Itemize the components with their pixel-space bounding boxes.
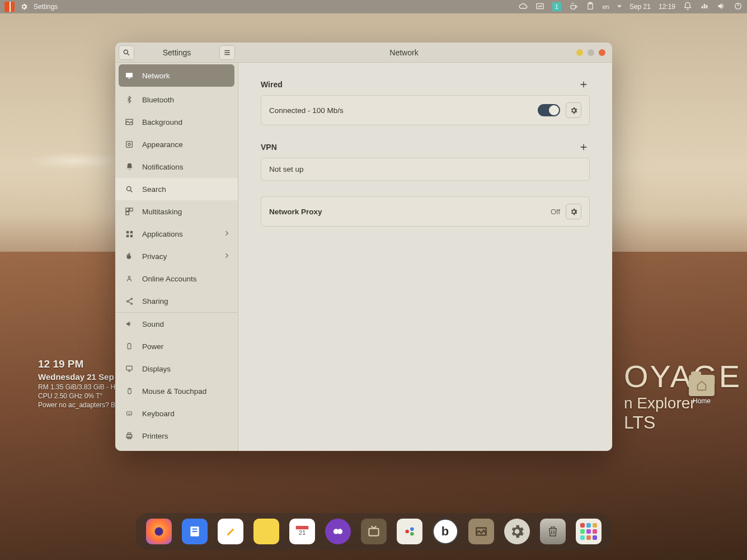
sidebar-item-mouse[interactable]: Mouse & Touchpad xyxy=(115,380,238,402)
dock-pictures[interactable] xyxy=(468,519,494,544)
settings-window: Settings Network NetworkBluetoothBackgro… xyxy=(115,43,612,451)
add-wired-button[interactable] xyxy=(577,78,590,91)
caffeine-icon[interactable] xyxy=(569,2,578,12)
sidebar-item-appearance[interactable]: Appearance xyxy=(115,133,238,156)
svg-rect-23 xyxy=(126,366,133,370)
dock-retro-tv[interactable] xyxy=(361,519,387,544)
dock-settings[interactable] xyxy=(504,519,530,544)
sidebar-item-bluetooth[interactable]: Bluetooth xyxy=(115,88,238,111)
sidebar-item-search[interactable]: Search xyxy=(115,178,238,200)
proxy-heading: Network Proxy xyxy=(269,208,551,216)
svg-point-9 xyxy=(128,143,130,145)
proxy-settings-button[interactable] xyxy=(566,204,581,219)
window-minimize-button[interactable] xyxy=(576,49,583,56)
sidebar-item-background[interactable]: Background xyxy=(115,111,238,133)
desktop-home-label: Home xyxy=(689,397,715,405)
sidebar-item-label: Network xyxy=(142,72,170,80)
sidebar-item-keyboard[interactable]: Keyboard xyxy=(115,402,238,425)
dock-app-grid[interactable] xyxy=(576,519,602,544)
sidebar-item-sound[interactable]: Sound xyxy=(115,313,238,335)
sidebar-item-online[interactable]: Online Accounts xyxy=(115,267,238,290)
vpn-heading: VPN xyxy=(261,143,277,152)
network-tray-icon[interactable] xyxy=(700,2,709,12)
dock-software[interactable] xyxy=(397,519,422,544)
window-controls xyxy=(570,49,612,56)
vpn-card: Not set up xyxy=(261,158,590,181)
dock-text-editor[interactable] xyxy=(218,519,243,544)
sidebar-item-privacy[interactable]: Privacy xyxy=(115,245,238,267)
svg-rect-31 xyxy=(192,529,197,530)
volume-icon[interactable] xyxy=(717,2,726,12)
wired-toggle[interactable] xyxy=(538,104,560,116)
sidebar-item-label: Sharing xyxy=(142,297,168,305)
desktop-home-launcher[interactable]: Home xyxy=(689,375,715,405)
svg-text:21: 21 xyxy=(298,529,306,536)
privacy-icon xyxy=(124,252,134,261)
wired-heading: Wired xyxy=(261,80,283,89)
sidebar-item-label: Multitasking xyxy=(142,208,182,216)
conky-cpu: CPU 2.50 GHz 0% T° xyxy=(38,392,121,401)
sidebar-item-multitasking[interactable]: Multitasking xyxy=(115,200,238,223)
sidebar-item-label: Sound xyxy=(142,320,164,328)
window-close-button[interactable] xyxy=(599,49,605,56)
svg-rect-11 xyxy=(126,208,129,211)
sidebar-item-applications[interactable]: Applications xyxy=(115,223,238,245)
sidebar-item-label: Online Accounts xyxy=(142,275,197,283)
chevron-right-icon xyxy=(224,252,229,261)
dock-web-browser[interactable] xyxy=(325,519,351,544)
sidebar-item-displays[interactable]: Displays xyxy=(115,357,238,380)
conky-date: Wednesday 21 Sep xyxy=(38,371,121,383)
sidebar-title: Settings xyxy=(138,48,216,57)
dock-firefox[interactable] xyxy=(146,519,172,544)
hamburger-menu-button[interactable] xyxy=(219,45,235,60)
tray-icon-1[interactable] xyxy=(519,2,528,12)
desktop-conky: 12 19 PM Wednesday 21 Sep RM 1.35 GiB/3.… xyxy=(38,357,121,410)
sidebar-item-label: Keyboard xyxy=(142,410,175,418)
svg-rect-17 xyxy=(130,234,132,237)
sound-icon xyxy=(124,320,134,328)
topbar-time[interactable]: 12:19 xyxy=(659,3,675,11)
window-maximize-button[interactable] xyxy=(588,49,594,56)
dock-calendar[interactable]: 21 xyxy=(289,519,315,544)
svg-rect-0 xyxy=(537,3,543,8)
notification-bell-icon[interactable] xyxy=(683,2,692,12)
printers-icon xyxy=(124,431,134,440)
workspace-indicator[interactable]: 1 xyxy=(552,2,561,11)
topbar-date[interactable]: Sep 21 xyxy=(629,3,651,11)
svg-point-20 xyxy=(126,300,128,302)
sidebar-item-sharing[interactable]: Sharing xyxy=(115,290,238,312)
dock: 21 b xyxy=(136,513,612,550)
home-folder-icon xyxy=(689,375,715,396)
sidebar-search-button[interactable] xyxy=(119,45,134,60)
screenshot-icon[interactable] xyxy=(535,2,544,12)
sidebar-item-label: Background xyxy=(142,118,182,126)
power-icon xyxy=(124,342,134,351)
keyboard-icon xyxy=(124,410,134,417)
sidebar-item-label: Notifications xyxy=(142,163,184,171)
svg-rect-32 xyxy=(192,531,197,532)
settings-sidebar: NetworkBluetoothBackgroundAppearanceNoti… xyxy=(115,63,238,451)
power-icon[interactable] xyxy=(734,2,743,12)
notifications-icon xyxy=(124,162,134,171)
sidebar-item-notifications[interactable]: Notifications xyxy=(115,156,238,178)
chevron-right-icon xyxy=(224,230,229,238)
gear-icon xyxy=(20,3,28,11)
dock-notes[interactable] xyxy=(253,519,279,544)
topbar-app-label[interactable]: Settings xyxy=(34,3,58,11)
sidebar-item-network[interactable]: Network xyxy=(119,64,234,87)
sidebar-item-power[interactable]: Power xyxy=(115,335,238,357)
sidebar-item-label: Bluetooth xyxy=(142,96,174,104)
svg-point-19 xyxy=(131,298,133,299)
clipboard-icon[interactable] xyxy=(586,2,595,12)
dock-trash[interactable] xyxy=(540,519,566,544)
wired-settings-button[interactable] xyxy=(566,102,581,118)
keyboard-layout-indicator[interactable]: en xyxy=(603,3,609,10)
window-titlebar[interactable]: Settings Network xyxy=(115,43,612,63)
dock-browser-b[interactable]: b xyxy=(433,519,458,544)
svg-rect-25 xyxy=(127,412,132,415)
distro-logo-icon[interactable] xyxy=(4,2,15,12)
bluetooth-icon xyxy=(124,95,134,104)
dock-files[interactable] xyxy=(182,519,208,544)
sidebar-item-printers[interactable]: Printers xyxy=(115,425,238,447)
add-vpn-button[interactable] xyxy=(577,141,590,153)
